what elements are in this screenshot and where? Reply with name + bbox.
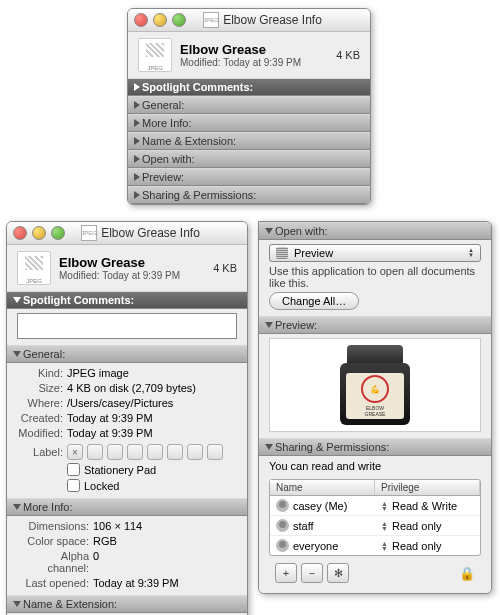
section-preview[interactable]: Preview: [259, 316, 491, 334]
disclosure-triangle-icon [134, 101, 140, 109]
disclosure-triangle-icon [134, 173, 140, 181]
file-size: 4 KB [213, 262, 237, 274]
window-title: JPEG Elbow Grease Info [161, 12, 364, 28]
info-window-expanded-right: Open with: Preview ▲▼ Use this applicati… [258, 221, 492, 594]
permission-row[interactable]: staff ▲▼Read only [270, 516, 480, 536]
kind-value: JPEG image [67, 367, 129, 379]
permissions-table: Name Privilege casey (Me) ▲▼Read & Write… [269, 479, 481, 556]
close-button[interactable] [134, 13, 148, 27]
disclosure-triangle-icon [265, 228, 273, 234]
disclosure-triangle-icon [265, 444, 273, 450]
file-summary: JPEG Elbow Grease Modified: Today at 9:3… [128, 32, 370, 78]
everyone-icon [276, 539, 289, 552]
locked-label: Locked [84, 480, 119, 492]
file-name: Elbow Grease [59, 255, 205, 270]
label-color-swatch[interactable] [107, 444, 123, 460]
file-size: 4 KB [336, 49, 360, 61]
disclosure-triangle-icon [13, 297, 21, 303]
disclosure-triangle-icon [134, 119, 140, 127]
label-color-swatch[interactable] [87, 444, 103, 460]
section-openwith[interactable]: Open with: [259, 222, 491, 240]
kind-label: Kind: [17, 367, 63, 379]
disclosure-triangle-icon [13, 351, 21, 357]
info-window-collapsed: JPEG Elbow Grease Info JPEG Elbow Grease… [127, 8, 371, 205]
alpha-label: Alpha channel: [17, 550, 89, 574]
label-color-swatch[interactable] [187, 444, 203, 460]
remove-user-button[interactable]: − [301, 563, 323, 583]
section-general[interactable]: General: [128, 96, 370, 114]
disclosure-triangle-icon [265, 322, 273, 328]
disclosure-triangle-icon [13, 504, 21, 510]
label-label: Label: [17, 446, 63, 458]
preview-thumbnail: 💪ELBOWGREASE [269, 338, 481, 432]
label-color-swatch[interactable] [167, 444, 183, 460]
jar-image: 💪ELBOWGREASE [340, 345, 410, 425]
info-window-expanded-left: JPEG Elbow Grease Info JPEG Elbow Grease… [6, 221, 248, 615]
permission-row[interactable]: casey (Me) ▲▼Read & Write [270, 496, 480, 516]
file-modified: Modified: Today at 9:39 PM [180, 57, 328, 68]
size-label: Size: [17, 382, 63, 394]
modified-label: Modified: [17, 427, 63, 439]
created-value: Today at 9:39 PM [67, 412, 153, 424]
col-privilege: Privilege [375, 480, 480, 495]
colorspace-value: RGB [93, 535, 117, 547]
section-sharing[interactable]: Sharing & Permissions: [259, 438, 491, 456]
open-with-popup[interactable]: Preview ▲▼ [269, 244, 481, 262]
col-name: Name [270, 480, 375, 495]
lastopened-label: Last opened: [17, 577, 89, 589]
dimensions-value: 106 × 114 [93, 520, 142, 532]
label-color-swatch[interactable] [127, 444, 143, 460]
disclosure-triangle-icon [134, 83, 140, 91]
section-sharing[interactable]: Sharing & Permissions: [128, 186, 370, 204]
section-nameext[interactable]: Name & Extension: [128, 132, 370, 150]
sharing-summary: You can read and write [269, 460, 481, 472]
created-label: Created: [17, 412, 63, 424]
action-menu-button[interactable]: ✻ [327, 563, 349, 583]
label-clear-button[interactable]: × [67, 444, 83, 460]
spotlight-comment-input[interactable] [17, 313, 237, 339]
file-modified: Modified: Today at 9:39 PM [59, 270, 205, 281]
label-color-swatch[interactable] [207, 444, 223, 460]
close-button[interactable] [13, 226, 27, 240]
add-user-button[interactable]: + [275, 563, 297, 583]
file-name: Elbow Grease [180, 42, 328, 57]
file-icon: JPEG [17, 251, 51, 285]
section-moreinfo[interactable]: More Info: [7, 498, 247, 516]
alpha-value: 0 [93, 550, 99, 574]
proxy-icon[interactable]: JPEG [203, 12, 219, 28]
popup-arrows-icon: ▲▼ [468, 248, 474, 258]
permission-row[interactable]: everyone ▲▼Read only [270, 536, 480, 555]
disclosure-triangle-icon [13, 601, 21, 607]
section-spotlight[interactable]: Spotlight Comments: [7, 291, 247, 309]
locked-checkbox[interactable] [67, 479, 80, 492]
app-icon [276, 247, 288, 259]
disclosure-triangle-icon [134, 191, 140, 199]
where-label: Where: [17, 397, 63, 409]
dimensions-label: Dimensions: [17, 520, 89, 532]
colorspace-label: Color space: [17, 535, 89, 547]
disclosure-triangle-icon [134, 137, 140, 145]
titlebar[interactable]: JPEG Elbow Grease Info [128, 9, 370, 32]
window-title: JPEG Elbow Grease Info [40, 225, 241, 241]
proxy-icon[interactable]: JPEG [81, 225, 97, 241]
section-spotlight[interactable]: Spotlight Comments: [128, 78, 370, 96]
open-with-value: Preview [294, 247, 333, 259]
section-preview[interactable]: Preview: [128, 168, 370, 186]
change-all-button[interactable]: Change All… [269, 292, 359, 310]
stationery-label: Stationery Pad [84, 464, 156, 476]
disclosure-triangle-icon [134, 155, 140, 163]
file-icon: JPEG [138, 38, 172, 72]
size-value: 4 KB on disk (2,709 bytes) [67, 382, 196, 394]
section-nameext[interactable]: Name & Extension: [7, 595, 247, 613]
stationery-checkbox[interactable] [67, 463, 80, 476]
where-value: /Users/casey/Pictures [67, 397, 173, 409]
lock-icon[interactable]: 🔒 [459, 566, 475, 581]
section-general[interactable]: General: [7, 345, 247, 363]
file-summary: JPEG Elbow Grease Modified: Today at 9:3… [7, 245, 247, 291]
section-moreinfo[interactable]: More Info: [128, 114, 370, 132]
section-openwith[interactable]: Open with: [128, 150, 370, 168]
modified-value: Today at 9:39 PM [67, 427, 153, 439]
label-color-swatch[interactable] [147, 444, 163, 460]
titlebar[interactable]: JPEG Elbow Grease Info [7, 222, 247, 245]
group-icon [276, 519, 289, 532]
